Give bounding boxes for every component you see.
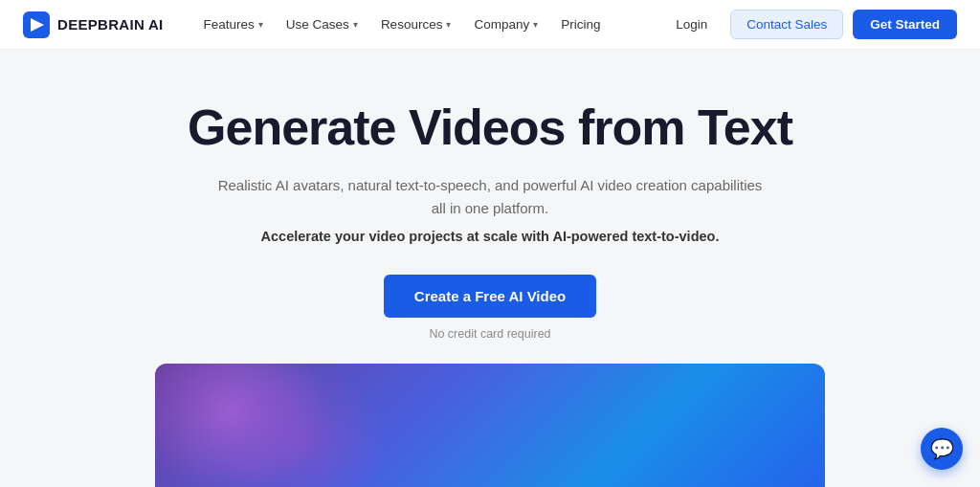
chat-icon: 💬 bbox=[930, 437, 954, 460]
nav-item-use-cases[interactable]: Use Cases ▾ bbox=[277, 11, 368, 37]
no-credit-label: No credit card required bbox=[429, 327, 550, 341]
nav-links: Features ▾ Use Cases ▾ Resources ▾ Compa… bbox=[194, 11, 663, 37]
navbar: DEEPBRAIN AI Features ▾ Use Cases ▾ Reso… bbox=[0, 0, 980, 50]
create-free-video-button[interactable]: Create a Free AI Video bbox=[384, 275, 596, 318]
logo-text: DEEPBRAIN AI bbox=[57, 16, 164, 33]
chevron-down-icon: ▾ bbox=[533, 19, 538, 30]
chevron-down-icon: ▾ bbox=[353, 19, 358, 30]
chat-bubble-button[interactable]: 💬 bbox=[921, 428, 963, 470]
nav-item-resources[interactable]: Resources ▾ bbox=[371, 11, 461, 37]
logo[interactable]: DEEPBRAIN AI bbox=[23, 11, 164, 38]
hero-subtitle: Realistic AI avatars, natural text-to-sp… bbox=[212, 174, 768, 220]
logo-icon bbox=[23, 11, 50, 38]
get-started-button[interactable]: Get Started bbox=[853, 10, 957, 39]
hero-subtitle-bold: Accelerate your video projects at scale … bbox=[261, 226, 720, 248]
login-button[interactable]: Login bbox=[662, 11, 721, 37]
chevron-down-icon: ▾ bbox=[446, 19, 451, 30]
hero-title: Generate Videos from Text bbox=[188, 100, 792, 157]
chevron-down-icon: ▾ bbox=[258, 19, 263, 30]
nav-item-pricing[interactable]: Pricing bbox=[551, 11, 610, 37]
nav-item-features[interactable]: Features ▾ bbox=[194, 11, 273, 37]
hero-section: Generate Videos from Text Realistic AI a… bbox=[0, 50, 980, 487]
contact-sales-button[interactable]: Contact Sales bbox=[730, 10, 843, 39]
video-preview bbox=[155, 364, 825, 487]
nav-actions: Login Contact Sales Get Started bbox=[662, 10, 957, 39]
nav-item-company[interactable]: Company ▾ bbox=[464, 11, 547, 37]
